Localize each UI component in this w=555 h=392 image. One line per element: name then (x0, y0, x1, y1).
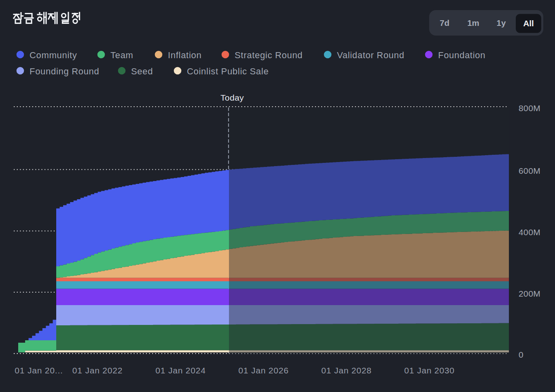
svg-text:Founding Round: Founding Round (30, 66, 99, 76)
svg-text:Strategic Round: Strategic Round (235, 50, 303, 60)
svg-text:Inflation: Inflation (168, 50, 201, 60)
svg-text:01 Jan 2030: 01 Jan 2030 (404, 366, 454, 375)
svg-text:All: All (523, 19, 534, 28)
svg-text:0: 0 (519, 350, 523, 359)
svg-text:Seed: Seed (131, 66, 153, 76)
svg-text:01 Jan 20...: 01 Jan 20... (15, 366, 63, 375)
svg-text:400M: 400M (519, 228, 540, 237)
svg-text:600M: 600M (519, 166, 540, 175)
svg-text:800M: 800M (519, 103, 540, 113)
svg-text:Team: Team (110, 50, 133, 60)
svg-text:01 Jan 2028: 01 Jan 2028 (321, 366, 371, 375)
svg-text:7d: 7d (440, 18, 449, 27)
svg-text:01 Jan 2026: 01 Jan 2026 (238, 366, 288, 375)
svg-text:1m: 1m (467, 18, 479, 27)
svg-text:Validator Round: Validator Round (337, 50, 405, 60)
svg-text:Coinlist Public Sale: Coinlist Public Sale (187, 66, 269, 76)
svg-text:Foundation: Foundation (438, 50, 485, 60)
svg-text:Community: Community (30, 50, 77, 60)
svg-text:1y: 1y (497, 18, 506, 27)
svg-text:01 Jan 2022: 01 Jan 2022 (72, 366, 123, 375)
svg-text:200M: 200M (519, 289, 540, 298)
svg-text:01 Jan 2024: 01 Jan 2024 (155, 366, 205, 375)
svg-text:Today: Today (220, 93, 244, 102)
